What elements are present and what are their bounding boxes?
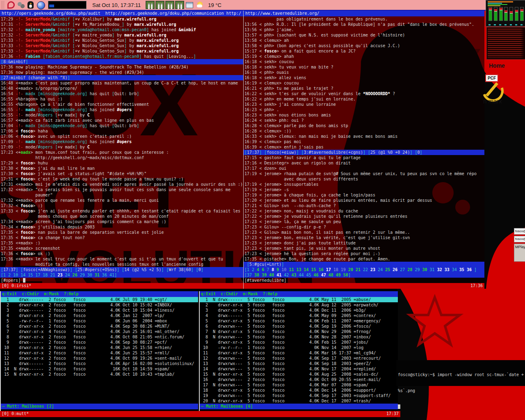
- mutt-mailbox-row[interactable]: 15 N drwxr-xr-x 5 fosco fosco 4.0K Aug 2…: [200, 372, 398, 377]
- mutt-mailbox-row[interactable]: 16 drwxrwx--- 2 fosco fosco 4.0K Oct 09 …: [200, 377, 398, 382]
- mutt-mailbox-row[interactable]: 8 drwxr-xr-x 2 fosco fosco 4.0K Oct 08 2…: [1, 334, 198, 340]
- mutt-mailbox-row[interactable]: 14 N drwx------ 2 fosco fosco 16K Oct 10…: [1, 366, 198, 372]
- marx-desktop-label[interactable]: n marx: [483, 98, 502, 105]
- mixer-volume-bar[interactable]: [504, 7, 508, 21]
- mutt-mailbox-row[interactable]: 5 drwxr-xr-x 5 fosco fosco 4.0K Feb 11 2…: [200, 318, 398, 324]
- mutt-mailbox-row[interactable]: 7 drwxr-xr-x 4 fosco fosco 4.0K Jun 25 1…: [1, 329, 198, 334]
- chat-line: 17:31 -!- ServerMode/&minbif [+v fb_Mari…: [0, 22, 243, 27]
- mixer-volume-bar[interactable]: [515, 7, 518, 21]
- chat-line: 16:18 < sekh> allez viens: [244, 75, 484, 80]
- mutt-mailbox-row[interactable]: 3 drwx------ 2 fosco fosco 4.0K Oct 10 1…: [1, 308, 198, 313]
- shaded-window-fosco-2[interactable]: fosco@...: [514, 236, 525, 242]
- mutt-mailbox-row[interactable]: 13 drwx------ 2 fosco fosco 4.0K Apr 16 …: [1, 361, 198, 366]
- mutt-mailbox-row[interactable]: 19 drwxrwx--- 5 fosco fosco 4.0K Sep 17 …: [200, 393, 398, 398]
- mutt-mailbox-list: 1 drwx------ 2 fosco fosco 4.0K Jul 09 1…: [1, 297, 198, 377]
- mutt-mailbox-row[interactable]: 1 drwx------ 2 fosco fosco 4.0K Jul 09 1…: [1, 297, 198, 302]
- mixer-volume-bar[interactable]: [509, 7, 513, 21]
- mixer-volume-bar[interactable]: [488, 7, 492, 21]
- mutt-mailbox-row[interactable]: 10 drwxr-xr-x 2 fosco fosco 4.0K Jun 25 …: [1, 345, 198, 350]
- chat-line: 16:48 <+madx> c'est pas super propro mai…: [0, 80, 243, 86]
- chat-line: 17:23 < Gilou> mais bon non, il sait pas…: [244, 230, 484, 235]
- irssi-terminal-left[interactable]: http://opers.geeknode.org/doku.php/audit…: [0, 11, 243, 289]
- chat-line: 17:04 -!- madx [minsc@geeknode.org] has …: [0, 123, 243, 128]
- chat-line: 16:22 < phh> en meme temps j'sui en lorr…: [244, 96, 484, 102]
- shell-terminal-import[interactable]: fosco@sticky:~$ import -window root sc-t…: [396, 360, 525, 386]
- chat-line: 17:31 <+madx> moi je m'etais dis ca vend…: [0, 182, 243, 187]
- mutt-mailbox-row[interactable]: 2 drwxr-xr-x 5 fosco fosco 4.0K Aug 12 2…: [200, 302, 398, 308]
- mutt-mailbox-row[interactable]: 7 N drwxr-xr-x 5 fosco fosco 4.0K Nov 29…: [200, 329, 398, 334]
- chat-line: 17:36 <+madx> le seul truc con pour le m…: [0, 256, 243, 262]
- mutt-mailbox-row[interactable]: 10 -rw-r--r-- 1 fosco fosco 0K Nov 14 20…: [200, 345, 398, 350]
- window-list-icon[interactable]: [186, 2, 193, 8]
- chat-line: 17:33 -!- ServerMode/&minbif [+v Niolou_…: [0, 38, 243, 43]
- chat-line: 16:18 < phh> ouais: [244, 70, 484, 75]
- shaded-window-fosco-1[interactable]: fosco@: [514, 228, 525, 235]
- chat-line: 17:23 <+madx> mon tmux.conf tout frais, …: [0, 150, 243, 155]
- mutt-mailbox-row[interactable]: 12 drwxr-xr-x 2 fosco fosco 4.0K Oct 09 …: [1, 356, 198, 361]
- chat-line: 16:23 < sekh> j'ai connu une lorraine: [244, 102, 484, 107]
- chat-line: 17:23 < jerome> bon, ensuite la vérité, …: [244, 235, 484, 240]
- cpu-monitor-icon-2[interactable]: [155, 1, 163, 9]
- mutt-mailboxes-window-right[interactable]: q:Exit c:Chdir m:Mask ?:Help 1 N drwx---…: [199, 291, 398, 411]
- mixer-volume-bar[interactable]: [499, 7, 503, 21]
- irssi-status-bar-line: [1 2 4 6 7 8 9 10 11 13 14 15 16 17 18 1…: [244, 267, 484, 272]
- chat-line: 17:19 < jerome> à chaque fois, ça cache …: [244, 192, 484, 198]
- chat-line: 16:39 < clemux> enfin j'sais pas: [244, 144, 484, 150]
- cpu-monitor-icon-3[interactable]: [164, 1, 173, 9]
- chat-line: 16:28 < clemux> parle pas de bons amis s…: [244, 123, 484, 128]
- mixer-volume-bar[interactable]: [520, 7, 524, 21]
- temperature-readout: 19 °C: [208, 2, 221, 8]
- text-cursor: [398, 404, 400, 409]
- mutt-mailbox-row[interactable]: 6 drwxrwx--- 5 fosco fosco 4.0K Sep 19 2…: [200, 324, 398, 329]
- mutt-mailbox-row[interactable]: 12 drwxrwx--- 5 fosco fosco 4.0K Sep 17 …: [200, 356, 398, 361]
- mutt-mailbox-row[interactable]: 3 drwxr-xr-x 5 fosco fosco 4.0K Dec 11 2…: [200, 308, 398, 313]
- chat-line: 16:48 <+madx> s/proprop/propre/: [0, 86, 243, 91]
- mini-log-terminal[interactable]: [486, 27, 525, 59]
- alsamixer-volume-bars[interactable]: [488, 8, 524, 21]
- home-desktop-icon-label[interactable]: Home: [489, 62, 505, 69]
- mutt-mailbox-row[interactable]: 11 drwxr-xr-x 2 fosco fosco 4.0K Jun 25 …: [1, 350, 198, 356]
- alsamixer-window[interactable]: [486, 0, 525, 27]
- cpu-monitor-icon-1[interactable]: [145, 1, 153, 9]
- mutt-mailbox-row[interactable]: 20 N drwxr-xr-x 5 fosco fosco 4.0K Dec 1…: [200, 398, 398, 404]
- mutt-mailbox-row[interactable]: 1 N drwx------ 5 fosco fosco 4.0K May 11…: [200, 297, 398, 302]
- mutt-mailbox-row[interactable]: 4 drwxr-xr-x 2 fosco fosco 4.0K Jan 12 2…: [1, 313, 198, 318]
- mutt-status-bar: — Mutt: Mailboxes [6]: [200, 404, 398, 409]
- chat-line: 17:23 < Gilou> --config-dir p-e ?: [244, 224, 484, 230]
- tmux-session-label: [0] 0:irssi*: [2, 283, 31, 289]
- mutt-mailbox-row[interactable]: 8 N drwxrwx--- 5 fosco fosco 4.0K Nov 28…: [200, 334, 398, 340]
- chat-line: 17:23 < jerome> hé la question sera régl…: [244, 251, 484, 256]
- mutt-mailboxes-window-left[interactable]: q:Exit c:Chdir m:Mask ?:Help 1 drwx-----…: [0, 291, 198, 411]
- chat-line: 17:32 <+madx> parce que rename les fenet…: [0, 198, 243, 203]
- chat-line: 17:20 < jerome> et au lieu de faire plus…: [244, 198, 484, 203]
- shell-command-wrap: %s`.png: [398, 388, 525, 393]
- web-browser-globe-icon[interactable]: [37, 1, 45, 9]
- settings-gears-icon[interactable]: [17, 1, 25, 9]
- mutt-mailbox-row[interactable]: 11 drwxr-xr-x 5 fosco fosco 4.0K Mar 16 …: [200, 350, 398, 356]
- mixer-volume-bar[interactable]: [494, 7, 498, 21]
- desktop-pager[interactable]: [48, 1, 87, 9]
- mutt-mailbox-row[interactable]: 15 N drwxr-xr-x 2 fosco fosco 4.0K Oct 1…: [1, 372, 198, 377]
- cpu-monitor-icon-4[interactable]: [174, 1, 183, 9]
- chat-line: 17:33 -!- ServerMode/&minbif [-v Niolou_…: [0, 43, 243, 48]
- chat-line: 16:55 -!- mode/#opers [+v madx] by C: [0, 112, 243, 118]
- debian-menu-icon[interactable]: [7, 1, 15, 9]
- chat-line: 17:34 <+madx> screen j'ai toujours pas c…: [0, 219, 243, 224]
- tux-penguin-icon[interactable]: [27, 1, 35, 9]
- mutt-mailbox-row[interactable]: 13 drwxrwx--- 5 fosco fosco 4.0K Sep 18 …: [200, 361, 398, 366]
- mutt-mailbox-row[interactable]: 6 drwxr-xr-x 2 fosco fosco 4.0K Sep 30 0…: [1, 324, 198, 329]
- chat-line: pas obligatoirement dans le box des prév…: [244, 16, 484, 22]
- irssi-terminal-right[interactable]: http://www.tavernedulibre.org/ pas oblig…: [243, 11, 484, 289]
- mutt-mailbox-row[interactable]: 5 -rw-r--r-- 1 fosco fosco 0K Jun 06 200…: [1, 318, 198, 324]
- chat-line: 13:58 < phh> (bon apres c'est aussi poss…: [244, 43, 484, 48]
- mutt-mailbox-row[interactable]: 9 drwx------ 2 fosco fosco 4.0K Sep 30 0…: [1, 340, 198, 345]
- shaded-window-mplayer[interactable]: MPlayer: [514, 244, 525, 262]
- mutt-mailbox-row[interactable]: 9 drwxr-xr-x 5 fosco fosco 4.0K Feb 15 2…: [200, 340, 398, 345]
- mutt-mailbox-row[interactable]: 14 drwxrwx--- 5 fosco fosco 4.0K Nov 17 …: [200, 366, 398, 372]
- mutt-mailbox-row[interactable]: 4 drwx------ 5 fosco fosco 4.0K May 09 2…: [200, 313, 398, 318]
- mutt-mailbox-row[interactable]: 2 drwxr-xr-x 2 fosco fosco 4.0K Oct 10 1…: [1, 302, 198, 308]
- mutt-mailbox-row[interactable]: 18 drwxr-xr-x 5 fosco fosco 4.0K Dec 14 …: [200, 388, 398, 393]
- taskbar-grip-left[interactable]: [1, 1, 5, 9]
- mutt-mailbox-row[interactable]: 17 N drwxrwx--- 5 fosco fosco 4.0K Mar 0…: [200, 382, 398, 388]
- taskbar: Sat Oct 10, 17:37:11 19 °C: [0, 0, 525, 11]
